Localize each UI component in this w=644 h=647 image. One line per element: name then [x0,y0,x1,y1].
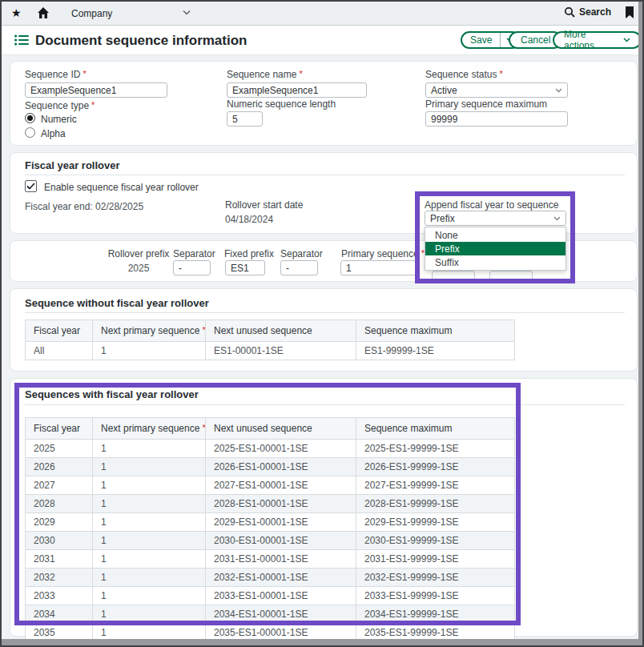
sequence-type-alpha-label[interactable]: Alpha [41,128,66,139]
table-header-row: Fiscal year Next primary sequence* Next … [26,418,515,440]
save-button-label[interactable]: Save [462,33,500,47]
table-row: 202612026-ES1-00001-1SE2026-ES1-99999-1S… [26,458,515,476]
table-cell: 2030-ES1-99999-1SE [356,532,515,550]
table-cell: 1 [93,513,206,532]
table-cell: 2028 [26,495,93,513]
table-row: 203312033-ES1-00001-1SE2033-ES1-99999-1S… [26,587,515,605]
separator-label: Separator [173,248,211,259]
column-header-sequence-maximum: Sequence maximum [356,320,515,342]
record-list-icon[interactable] [14,34,29,46]
company-menu-label[interactable]: Company [71,8,112,19]
chevron-down-icon [553,216,561,221]
required-asterisk: * [299,69,302,78]
sequences-with-rollover-heading: Sequences with fiscal year rollover [25,388,199,400]
sequences-with-rollover-table: Fiscal year Next primary sequence* Next … [25,417,515,642]
page-title: Document sequence information [35,33,247,49]
sequence-status-label: Sequence status* [425,69,503,80]
sequence-status-select[interactable]: Active [425,82,568,98]
check-icon [26,183,35,190]
table-cell: 1 [93,458,206,476]
more-actions-chevron-icon [623,38,630,42]
column-header-sequence-maximum: Sequence maximum [356,418,515,440]
primary-sequence-input[interactable] [340,260,417,275]
numeric-sequence-length-input[interactable] [227,111,263,127]
table-row: All1ES1-00001-1SEES1-99999-1SE [26,342,515,360]
table-cell: 2027-ES1-00001-1SE [206,476,356,495]
search-button[interactable]: Search [564,6,611,18]
sequence-name-label: Sequence name* [227,69,303,80]
dropdown-option-suffix[interactable]: Suffix [425,255,566,269]
table-cell: 2032-ES1-99999-1SE [356,569,515,587]
table-row: 202712027-ES1-00001-1SE2027-ES1-99999-1S… [26,476,515,495]
obscured-input [489,271,533,281]
more-actions-button[interactable]: More actions [553,31,642,49]
table-cell: 1 [93,342,206,360]
table-cell: 1 [93,569,206,587]
search-icon [564,6,575,18]
table-cell: 2032 [26,569,93,587]
table-cell: 1 [93,532,206,550]
chevron-down-icon[interactable] [183,10,191,15]
table-row: 202812028-ES1-00001-1SE2028-ES1-99999-1S… [26,495,515,513]
separator-label: Separator [280,248,319,259]
table-cell: 1 [93,440,206,458]
sequence-id-input[interactable] [25,82,167,98]
table-cell: 2031-ES1-00001-1SE [206,550,356,569]
enable-rollover-checkbox-label[interactable]: Enable sequence fiscal year rollover [44,182,199,193]
sequence-type-label: Sequence type* [25,100,95,111]
table-cell: 2025-ES1-00001-1SE [206,440,356,458]
dropdown-option-none[interactable]: None [425,228,566,242]
table-cell: 2029-ES1-00001-1SE [206,513,356,532]
fixed-prefix-input[interactable] [225,260,265,275]
table-cell: ES1-99999-1SE [356,342,515,360]
required-asterisk: * [83,69,86,78]
table-cell: 1 [93,550,206,569]
table-cell: 2027 [26,476,93,495]
primary-sequence-maximum-input[interactable] [425,111,568,127]
fiscal-year-end-text: Fiscal year end: 02/28/2025 [25,201,143,212]
sequence-type-alpha-radio[interactable] [25,127,35,138]
table-cell: 2030-ES1-00001-1SE [206,532,356,550]
numeric-sequence-length-label: Numeric sequence length [227,98,336,110]
table-cell: 2030 [26,532,93,550]
table-header-row: Fiscal year Next primary sequence* Next … [26,320,515,342]
table-row: 202512025-ES1-00001-1SE2025-ES1-99999-1S… [26,440,515,458]
table-cell: 2028-ES1-99999-1SE [356,495,515,513]
table-cell: 1 [93,605,206,624]
separator-input-1[interactable] [173,260,211,275]
home-icon[interactable] [37,6,50,19]
table-cell: 2028-ES1-00001-1SE [206,495,356,513]
table-row: 203112031-ES1-00001-1SE2031-ES1-99999-1S… [26,550,515,569]
table-cell: 1 [93,587,206,605]
fiscal-year-rollover-heading: Fiscal year rollover [25,159,120,171]
fixed-prefix-label: Fixed prefix [223,248,275,259]
table-cell: 2032-ES1-00001-1SE [206,569,356,587]
bookmark-icon[interactable] [625,6,634,19]
chevron-down-icon [555,88,562,93]
separator-input-2[interactable] [280,260,318,275]
column-header-fiscal-year: Fiscal year [26,320,93,342]
table-cell: 2034-ES1-00001-1SE [206,605,356,624]
dropdown-option-prefix[interactable]: Prefix [425,242,566,255]
rollover-start-date-label: Rollover start date [225,199,303,211]
append-fiscal-year-dropdown: None Prefix Suffix [425,227,566,271]
sequence-name-input[interactable] [227,82,367,98]
enable-rollover-checkbox[interactable] [25,180,37,192]
table-row: 203412034-ES1-00001-1SE2034-ES1-99999-1S… [26,605,515,624]
column-header-next-unused-sequence: Next unused sequence [206,320,356,342]
required-asterisk: * [202,423,205,432]
window-edge-bottom [2,639,642,645]
sequence-id-label: Sequence ID* [25,69,87,80]
table-cell: 2025 [26,440,93,458]
append-fiscal-year-select[interactable]: Prefix [425,211,566,226]
sequences-with-rollover-card: Sequences with fiscal year rollover Fisc… [10,378,638,637]
sequence-without-rollover-heading: Sequence without fiscal year rollover [25,297,209,309]
favorites-star-icon[interactable]: ★ [11,6,22,19]
sequence-type-numeric-label[interactable]: Numeric [41,114,77,125]
top-navigation-bar: ★ Company Search [2,2,642,26]
required-asterisk: * [499,69,502,78]
sequence-type-numeric-radio[interactable] [25,113,35,123]
table-cell: 2025-ES1-99999-1SE [356,440,515,458]
column-header-next-primary-sequence: Next primary sequence* [93,418,206,440]
table-cell: 2029 [26,513,93,532]
